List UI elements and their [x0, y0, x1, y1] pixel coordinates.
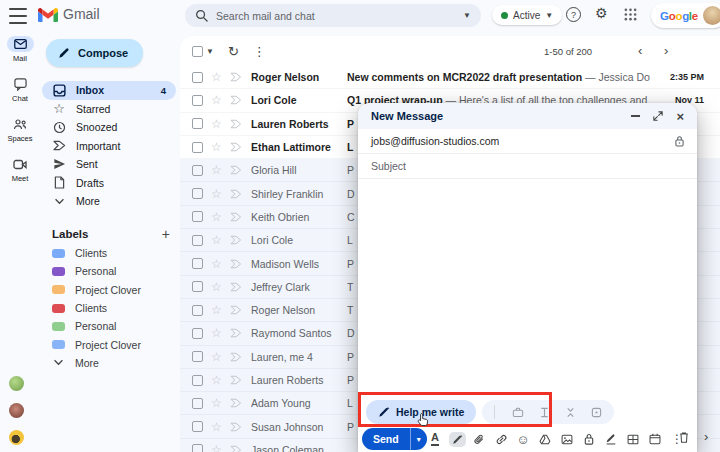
- chat-contact-avatar[interactable]: [9, 403, 24, 418]
- close-icon[interactable]: ×: [676, 110, 684, 123]
- star-icon[interactable]: ☆: [211, 396, 224, 410]
- search-input[interactable]: Search mail and chat ▼: [185, 4, 481, 27]
- add-label-plus-icon[interactable]: +: [162, 226, 170, 242]
- email-checkbox[interactable]: [192, 375, 203, 386]
- email-row[interactable]: ☆ Roger Nelson New comments on MCR2022 d…: [180, 66, 720, 89]
- importance-marker-icon[interactable]: [230, 375, 242, 385]
- importance-marker-icon[interactable]: [230, 352, 242, 362]
- settings-gear-icon[interactable]: ⚙: [595, 5, 608, 21]
- hamburger-menu-icon[interactable]: [9, 8, 27, 24]
- select-dropdown-caret-icon[interactable]: ▼: [206, 47, 214, 56]
- star-icon[interactable]: ☆: [211, 187, 224, 201]
- insert-link-icon[interactable]: [490, 433, 512, 446]
- help-icon[interactable]: ?: [566, 7, 581, 22]
- chat-contact-avatar[interactable]: [9, 430, 24, 445]
- importance-marker-icon[interactable]: [230, 282, 242, 292]
- sidebar-item-snoozed[interactable]: Snoozed: [42, 118, 176, 137]
- lock-icon[interactable]: [675, 135, 684, 147]
- email-checkbox[interactable]: [192, 398, 203, 409]
- email-checkbox[interactable]: [192, 235, 203, 246]
- star-icon[interactable]: ☆: [211, 326, 224, 340]
- older-page-chevron-icon[interactable]: ›: [664, 43, 668, 58]
- labels-more[interactable]: More: [42, 354, 176, 372]
- compose-header[interactable]: New Message ×: [358, 103, 697, 129]
- search-options-caret-icon[interactable]: ▼: [463, 11, 471, 20]
- minimize-icon[interactable]: [631, 115, 640, 117]
- refine-lucky-icon[interactable]: [591, 407, 602, 418]
- email-checkbox[interactable]: [192, 72, 203, 83]
- email-checkbox[interactable]: [192, 95, 203, 106]
- recipients-field[interactable]: jobs@diffusion-studios.com: [358, 129, 697, 154]
- star-icon[interactable]: ☆: [211, 233, 224, 247]
- star-icon[interactable]: ☆: [211, 280, 224, 294]
- newer-page-chevron-icon[interactable]: ‹: [638, 43, 642, 58]
- compose-button[interactable]: Compose: [46, 39, 143, 67]
- side-panel-chevron-icon[interactable]: ›: [704, 429, 708, 444]
- email-checkbox[interactable]: [192, 165, 203, 176]
- email-checkbox[interactable]: [192, 258, 203, 269]
- importance-marker-icon[interactable]: [230, 165, 242, 175]
- rail-item-spaces[interactable]: Spaces: [0, 116, 40, 143]
- importance-marker-icon[interactable]: [230, 235, 242, 245]
- star-icon[interactable]: ☆: [211, 350, 224, 364]
- star-icon[interactable]: ☆: [211, 443, 224, 452]
- importance-marker-icon[interactable]: [230, 189, 242, 199]
- label-item[interactable]: Clients: [42, 244, 176, 262]
- label-item[interactable]: Personal: [42, 317, 176, 335]
- email-checkbox[interactable]: [192, 281, 203, 292]
- send-button[interactable]: Send ▼: [362, 428, 427, 450]
- help-me-write-button[interactable]: Help me write: [366, 400, 476, 424]
- email-checkbox[interactable]: [192, 444, 203, 452]
- sidebar-item-inbox[interactable]: Inbox 4: [42, 81, 176, 100]
- importance-marker-icon[interactable]: [230, 142, 242, 152]
- star-icon[interactable]: ☆: [211, 140, 224, 154]
- importance-marker-icon[interactable]: [230, 328, 242, 338]
- star-icon[interactable]: ☆: [211, 163, 224, 177]
- importance-marker-icon[interactable]: [230, 259, 242, 269]
- email-checkbox[interactable]: [192, 305, 203, 316]
- star-icon[interactable]: ☆: [211, 257, 224, 271]
- importance-marker-icon[interactable]: [230, 95, 242, 105]
- more-options-icon[interactable]: ⋮: [253, 45, 266, 58]
- label-item[interactable]: Clients: [42, 299, 176, 317]
- rail-item-meet[interactable]: Meet: [0, 156, 40, 183]
- email-checkbox[interactable]: [192, 142, 203, 153]
- importance-marker-icon[interactable]: [230, 212, 242, 222]
- rail-item-chat[interactable]: Chat: [0, 76, 40, 103]
- importance-marker-icon[interactable]: [230, 398, 242, 408]
- google-apps-grid-icon[interactable]: [624, 8, 637, 21]
- rail-item-mail[interactable]: Mail: [0, 36, 40, 63]
- importance-marker-icon[interactable]: [230, 445, 242, 452]
- label-item[interactable]: Personal: [42, 262, 176, 280]
- drive-icon[interactable]: [534, 434, 556, 445]
- help-me-write-icon[interactable]: [446, 432, 468, 447]
- refresh-icon[interactable]: ↻: [228, 45, 239, 58]
- star-icon[interactable]: ☆: [211, 117, 224, 131]
- sidebar-item-important[interactable]: Important: [42, 137, 176, 156]
- email-checkbox[interactable]: [192, 351, 203, 362]
- importance-marker-icon[interactable]: [230, 305, 242, 315]
- importance-marker-icon[interactable]: [230, 119, 242, 129]
- sidebar-item-more[interactable]: More: [42, 192, 176, 211]
- email-checkbox[interactable]: [192, 188, 203, 199]
- chat-contact-avatar[interactable]: [9, 376, 24, 391]
- email-checkbox[interactable]: [192, 118, 203, 129]
- sidebar-item-starred[interactable]: ☆ Starred: [42, 100, 176, 119]
- importance-marker-icon[interactable]: [230, 422, 242, 432]
- formatting-options-icon[interactable]: A: [424, 432, 446, 446]
- star-icon[interactable]: ☆: [211, 420, 224, 434]
- select-all-checkbox[interactable]: [192, 46, 203, 57]
- pop-out-icon[interactable]: [653, 111, 663, 121]
- status-selector[interactable]: Active ▼: [492, 5, 562, 25]
- label-item[interactable]: Project Clover: [42, 281, 176, 299]
- email-checkbox[interactable]: [192, 328, 203, 339]
- sidebar-item-sent[interactable]: Sent: [42, 155, 176, 174]
- refine-elaborate-icon[interactable]: [539, 407, 550, 418]
- discard-draft-trash-icon[interactable]: [678, 431, 690, 444]
- calendar-icon[interactable]: [644, 433, 666, 445]
- refine-shorten-icon[interactable]: [565, 407, 576, 418]
- subject-field[interactable]: Subject: [358, 154, 697, 179]
- grid-table-icon[interactable]: [622, 434, 644, 445]
- importance-marker-icon[interactable]: [230, 72, 242, 82]
- star-icon[interactable]: ☆: [211, 303, 224, 317]
